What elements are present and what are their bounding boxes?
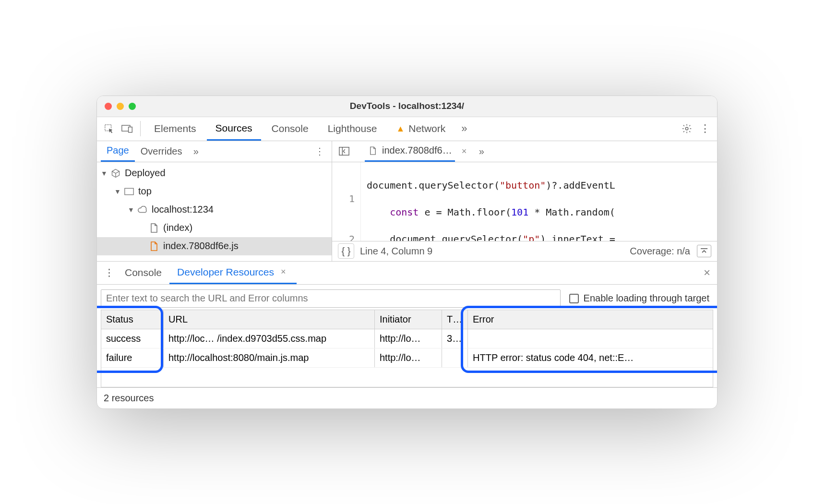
cell-url: http://localhost:8080/main.js.map	[164, 348, 375, 367]
settings-gear-icon[interactable]	[679, 120, 695, 137]
table-row[interactable]: failure http://localhost:8080/main.js.ma…	[101, 348, 713, 368]
cell-error: HTTP error: status code 404, net::E…	[468, 348, 713, 367]
more-sub-tabs-icon[interactable]: »	[188, 143, 204, 159]
code-content: document.querySelector("button")?.addEve…	[361, 162, 615, 241]
tab-console-label: Console	[272, 123, 309, 134]
table-header: Status URL Initiator T… Error	[101, 310, 713, 329]
close-drawer-tab-icon[interactable]: ×	[278, 267, 289, 277]
enable-loading-toggle[interactable]: Enable loading through target	[569, 293, 713, 304]
line-gutter: 1 2 3 4 5	[332, 162, 361, 241]
cloud-icon	[137, 204, 148, 215]
resources-table: Status URL Initiator T… Error success ht…	[101, 310, 713, 387]
sub-tab-page[interactable]: Page	[101, 141, 135, 162]
file-tree[interactable]: ▼ Deployed ▼ top ▼ localhost:1234 (index…	[97, 162, 332, 261]
close-drawer-icon[interactable]: ×	[701, 266, 713, 279]
svg-point-3	[685, 127, 688, 130]
cell-status: failure	[101, 348, 164, 367]
cell-time	[442, 348, 468, 367]
svg-rect-4	[125, 188, 133, 194]
close-tab-icon[interactable]: ×	[459, 146, 470, 156]
device-toolbar-icon[interactable]	[119, 120, 135, 137]
kebab-menu-icon[interactable]: ⋮	[697, 120, 713, 137]
col-initiator[interactable]: Initiator	[375, 310, 442, 329]
window-title: DevTools - localhost:1234/	[97, 101, 717, 111]
tree-node-label: top	[138, 186, 152, 197]
tree-node-host[interactable]: ▼ localhost:1234	[97, 201, 332, 219]
checkbox-icon[interactable]	[569, 294, 579, 303]
col-error[interactable]: Error	[468, 310, 713, 329]
tab-sources[interactable]: Sources	[207, 117, 261, 141]
developer-resources-content: Enable loading through target Status URL…	[97, 285, 717, 387]
sources-panel: Page Overrides » ⋮ ▼ Deployed ▼ top	[97, 141, 717, 261]
pretty-print-icon[interactable]: { }	[338, 243, 354, 259]
drawer-tab-bar: ⋮ Console Developer Resources × ×	[97, 262, 717, 285]
resource-count: 2 resources	[104, 393, 154, 403]
editor-file-tab[interactable]: index.7808df6…	[365, 141, 455, 162]
cell-initiator: http://lo…	[375, 348, 442, 367]
tree-node-label: index.7808df6e.js	[163, 240, 239, 252]
search-input[interactable]	[101, 289, 561, 308]
cell-url: http://loc… /index.d9703d55.css.map	[164, 329, 375, 348]
tree-node-deployed[interactable]: ▼ Deployed	[97, 164, 332, 182]
col-status[interactable]: Status	[101, 310, 164, 329]
resources-footer: 2 resources	[97, 387, 717, 408]
editor-pane: index.7808df6… × » 1 2 3 4 5 document.qu…	[332, 141, 717, 261]
caret-down-icon: ▼	[101, 169, 107, 177]
inspect-element-icon[interactable]	[101, 120, 117, 137]
more-tabs-chevron-icon[interactable]: »	[456, 120, 472, 137]
col-url[interactable]: URL	[164, 310, 375, 329]
caret-down-icon: ▼	[114, 188, 120, 195]
sub-tab-overrides-label: Overrides	[141, 146, 182, 157]
coverage-label: Coverage: n/a	[630, 246, 690, 257]
cell-error	[468, 329, 713, 348]
document-icon	[368, 145, 378, 156]
editor-file-tab-label: index.7808df6…	[382, 145, 452, 156]
line-number: 1	[332, 192, 355, 205]
collapse-icon[interactable]	[697, 245, 711, 257]
drawer-kebab-icon[interactable]: ⋮	[101, 264, 117, 281]
devtools-window: DevTools - localhost:1234/ Elements Sour…	[96, 96, 718, 409]
drawer-tab-devres-label: Developer Resources	[177, 266, 274, 278]
tree-node-label: Deployed	[125, 168, 166, 179]
more-editor-tabs-icon[interactable]: »	[473, 143, 490, 159]
drawer-panel: ⋮ Console Developer Resources × × Enable…	[97, 261, 717, 408]
tab-lighthouse[interactable]: Lighthouse	[319, 117, 386, 141]
tab-elements[interactable]: Elements	[145, 117, 205, 141]
js-file-icon	[149, 241, 159, 252]
warning-icon: ▲	[396, 124, 405, 134]
search-row: Enable loading through target	[101, 289, 713, 308]
code-editor[interactable]: 1 2 3 4 5 document.querySelector("button…	[332, 162, 717, 241]
toggle-navigator-icon[interactable]	[336, 143, 352, 159]
frame-icon	[124, 186, 134, 197]
sub-tab-page-label: Page	[107, 145, 129, 156]
svg-rect-2	[129, 127, 132, 132]
tree-node-file-selected[interactable]: index.7808df6e.js	[97, 237, 332, 255]
svg-rect-5	[339, 147, 349, 156]
drawer-tab-console[interactable]: Console	[117, 261, 169, 284]
enable-loading-label: Enable loading through target	[584, 293, 709, 304]
cell-time: 356	[442, 329, 468, 348]
line-number: 2	[332, 232, 355, 241]
tab-console[interactable]: Console	[263, 117, 317, 141]
tab-sources-label: Sources	[215, 122, 252, 134]
tree-node-top[interactable]: ▼ top	[97, 182, 332, 201]
navigator-kebab-icon[interactable]: ⋮	[311, 143, 328, 159]
table-row[interactable]: success http://loc… /index.d9703d55.css.…	[101, 329, 713, 348]
titlebar: DevTools - localhost:1234/	[97, 96, 717, 117]
cube-icon	[110, 168, 121, 179]
tab-network-label: Network	[408, 123, 445, 134]
tab-network[interactable]: ▲ Network	[387, 117, 454, 141]
tree-node-index[interactable]: (index)	[97, 219, 332, 237]
navigator-pane: Page Overrides » ⋮ ▼ Deployed ▼ top	[97, 141, 332, 261]
caret-down-icon: ▼	[128, 206, 133, 214]
editor-tab-bar: index.7808df6… × »	[332, 141, 717, 162]
sub-tab-overrides[interactable]: Overrides	[135, 141, 188, 162]
tree-node-label: localhost:1234	[152, 204, 214, 215]
main-tab-bar: Elements Sources Console Lighthouse ▲ Ne…	[97, 117, 717, 141]
col-time[interactable]: T…	[442, 310, 468, 329]
drawer-tab-developer-resources[interactable]: Developer Resources ×	[169, 261, 296, 284]
editor-status-bar: { } Line 4, Column 9 Coverage: n/a	[332, 241, 717, 261]
cell-status: success	[101, 329, 164, 348]
divider	[140, 121, 141, 136]
tab-elements-label: Elements	[154, 123, 196, 134]
